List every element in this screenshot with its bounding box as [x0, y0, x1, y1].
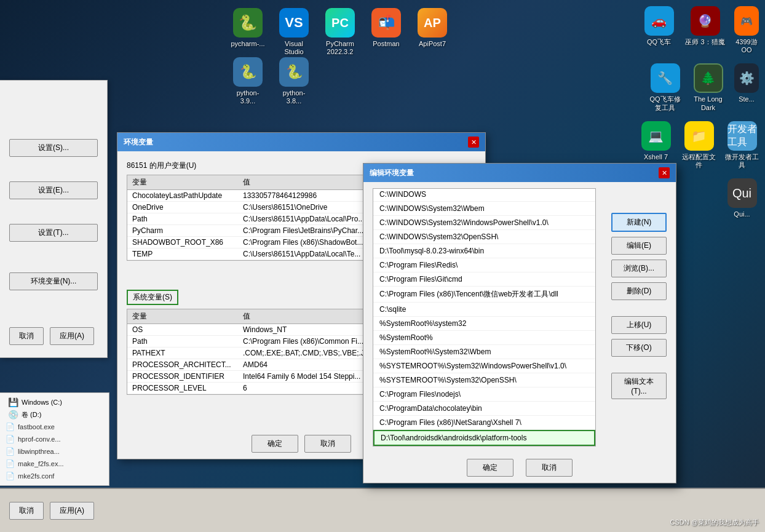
- path-list-item[interactable]: %SYSTEMROOT%\System32\OpenSSH\: [373, 373, 595, 387]
- path-list-item[interactable]: C:\Program Files (x86)\Tencent\微信web开发者工…: [373, 287, 595, 303]
- sys-var-col-var: 变量: [127, 309, 238, 324]
- path-list-item[interactable]: C:\Program Files\Git\cmd: [373, 272, 595, 287]
- system-properties-panel: 设置(S)... 设置(E)... 设置(T)... 环境变量(N)... 取消…: [0, 80, 108, 358]
- desktop-icon-label: QQ飞车: [647, 38, 671, 46]
- desktop-icon-label: Postman: [373, 40, 399, 48]
- path-list-item[interactable]: C:\Program Files\Redis\: [373, 258, 595, 272]
- env-dialog-close[interactable]: ✕: [468, 137, 479, 148]
- desktop-icon-remoteconfig[interactable]: 📁 远程配置文件: [679, 118, 719, 172]
- file-icon: 📄: [5, 459, 15, 469]
- desktop-icon-label: Xshell 7: [644, 153, 668, 161]
- edit-moveup-button[interactable]: 上移(U): [611, 316, 667, 334]
- edit-movedown-button[interactable]: 下移(O): [611, 339, 667, 357]
- desktop-icon-qqfix[interactable]: 🔧 QQ飞车修复工具: [645, 60, 685, 114]
- desktop-icon-label: python-3.8...: [275, 89, 312, 105]
- file-icon: 📄: [5, 434, 15, 444]
- desktop-icon-label: 巫师 3：猎魔: [685, 38, 724, 46]
- desktop-icon-label: 微开发者工具: [725, 153, 759, 169]
- desktop-icon-zuoshi[interactable]: 🔮 巫师 3：猎魔: [682, 3, 728, 57]
- edit-dialog-body: C:\Users\Administrator\AppData\Local\Mic…: [363, 188, 676, 447]
- desktop-icon-python39[interactable]: 🐍 python-3.9...: [226, 54, 269, 108]
- file-icon: 📄: [5, 447, 15, 456]
- edit-path-list[interactable]: C:\Users\Administrator\AppData\Local\Mic…: [373, 188, 596, 447]
- desktop-icon-label: Ste...: [739, 95, 755, 103]
- file-hprof[interactable]: 📄 hprof-conv.e...: [5, 433, 104, 445]
- desktop-icon-label: python-3.9...: [229, 89, 266, 105]
- csdn-watermark: CSDN @菜鸡的我想成为高手: [670, 518, 759, 527]
- user-var-col-var: 变量: [127, 175, 238, 190]
- path-list-item[interactable]: C:\WINDOWS: [373, 188, 595, 202]
- path-list-item[interactable]: C:\Program Files (x86)\NetSarang\Xshell …: [373, 416, 595, 430]
- path-list-item[interactable]: %SystemRoot%\system32: [373, 317, 595, 331]
- path-list-item[interactable]: D:\Tool\mysql-8.0.23-winx64\bin: [373, 244, 595, 258]
- cancel-button[interactable]: 取消: [9, 327, 44, 345]
- edit-env-dialog: 编辑环境变量 ✕ C:\Users\Administrator\AppData\…: [363, 163, 676, 483]
- settings-t-button[interactable]: 设置(T)...: [9, 224, 98, 242]
- desktop-icon-label: PyCharm2022.3.2: [326, 40, 354, 56]
- path-list-item[interactable]: D:\Tool\androidsdk\androidsdk\platform-t…: [373, 430, 595, 446]
- file-icon: 📄: [5, 471, 15, 481]
- path-list-item[interactable]: C:\WINDOWS\System32\WindowsPowerShell\v1…: [373, 216, 595, 230]
- file-icon: 📄: [5, 422, 15, 432]
- edit-dialog-footer: 确定 取消: [363, 453, 676, 483]
- edit-dialog-title: 编辑环境变量: [370, 168, 414, 178]
- sys-section-header: 系统变量(S): [127, 290, 178, 305]
- file-makef2fs[interactable]: 📄 make_f2fs.ex...: [5, 458, 104, 470]
- desktop-icon-qui[interactable]: Qui Qui...: [722, 175, 762, 221]
- bottom-apply-button[interactable]: 应用(A): [50, 502, 94, 520]
- desktop-icon-label: pycharm-...: [231, 40, 264, 48]
- drive-d[interactable]: 💿 卷 (D:): [5, 408, 104, 421]
- desktop-icon-label: The Long Dark: [691, 95, 725, 111]
- drive-c[interactable]: 💾 Windows (C:): [5, 396, 104, 408]
- env-dialog-titlebar: 环境变量 ✕: [117, 133, 485, 151]
- desktop-icon-label: QQ飞车修复工具: [648, 95, 682, 111]
- bottom-cancel-button[interactable]: 取消: [9, 502, 44, 520]
- env-variables-button[interactable]: 环境变量(N)...: [9, 272, 98, 290]
- apply-button[interactable]: 应用(A): [50, 327, 94, 345]
- desktop-icon-apipost7[interactable]: AP ApiPost7: [411, 5, 454, 68]
- desktop-icon-thelongdark[interactable]: 🌲 The Long Dark: [688, 60, 728, 114]
- desktop-icon-devtool[interactable]: 开发者工具 微开发者工具: [722, 118, 762, 172]
- settings-s-button[interactable]: 设置(S)...: [9, 139, 98, 157]
- path-list-item[interactable]: C:\WINDOWS\System32\OpenSSH\: [373, 230, 595, 244]
- desktop: 🐍 pycharm-... VS VisualStudio Code PC Py…: [0, 0, 765, 532]
- desktop-icon-label: 4399游OO: [735, 38, 757, 54]
- path-list-item[interactable]: %SystemRoot%\System32\Wbem: [373, 345, 595, 359]
- desktop-icon-postman[interactable]: 📬 Postman: [365, 5, 408, 68]
- desktop-icon-label: ApiPost7: [419, 40, 446, 48]
- desktop-icon-4399[interactable]: 🎮 4399游OO: [731, 3, 762, 57]
- path-list-item[interactable]: %SYSTEMROOT%\System32\WindowsPowerShell\…: [373, 359, 595, 373]
- desktop-icon-python38[interactable]: 🐍 python-3.8...: [272, 54, 315, 108]
- edit-right-buttons: 新建(N) 编辑(E) 浏览(B)... 删除(D) 上移(U) 下移(O) 编…: [611, 213, 667, 399]
- file-fastboot[interactable]: 📄 fastboot.exe: [5, 421, 104, 433]
- env-cancel-button[interactable]: 取消: [304, 435, 351, 453]
- edit-cancel-button[interactable]: 取消: [526, 459, 573, 477]
- edit-browse-button[interactable]: 浏览(B)...: [611, 260, 667, 277]
- desktop-icon-label: Qui...: [734, 210, 750, 218]
- env-ok-button[interactable]: 确定: [252, 435, 298, 453]
- file-panel: 💾 Windows (C:) 💿 卷 (D:) 📄 fastboot.exe 📄…: [0, 392, 109, 486]
- desktop-icon-pycharm2022[interactable]: PC PyCharm2022.3.2: [319, 5, 362, 68]
- edit-ok-button[interactable]: 确定: [467, 459, 513, 477]
- path-list-item[interactable]: C:\Program Files\nodejs\: [373, 387, 595, 402]
- file-libwin[interactable]: 📄 libwinpthrea...: [5, 445, 104, 458]
- edit-edittext-button[interactable]: 编辑文本(T)...: [611, 373, 667, 399]
- settings-e-button[interactable]: 设置(E)...: [9, 181, 98, 199]
- desktop-icon-qqfly[interactable]: 🚗 QQ飞车: [639, 3, 679, 57]
- edit-edit-button[interactable]: 编辑(E): [611, 237, 667, 255]
- file-mke2fs[interactable]: 📄 mke2fs.conf: [5, 470, 104, 482]
- bottom-bar: 取消 应用(A): [0, 488, 765, 532]
- path-list-item[interactable]: C:\sqlite: [373, 303, 595, 317]
- edit-dialog-titlebar: 编辑环境变量 ✕: [363, 164, 676, 182]
- desktop-icon-label: 远程配置文件: [682, 153, 716, 169]
- env-dialog-title: 环境变量: [124, 137, 153, 148]
- edit-new-button[interactable]: 新建(N): [611, 213, 667, 232]
- path-list-item[interactable]: C:\ProgramData\chocolatey\bin: [373, 402, 595, 416]
- edit-dialog-close[interactable]: ✕: [659, 167, 670, 178]
- path-list-item[interactable]: %SystemRoot%: [373, 331, 595, 345]
- path-list-item[interactable]: C:\WINDOWS\System32\Wbem: [373, 202, 595, 216]
- desktop-icon-steam[interactable]: ⚙️ Ste...: [731, 60, 762, 114]
- edit-delete-button[interactable]: 删除(D): [611, 282, 667, 300]
